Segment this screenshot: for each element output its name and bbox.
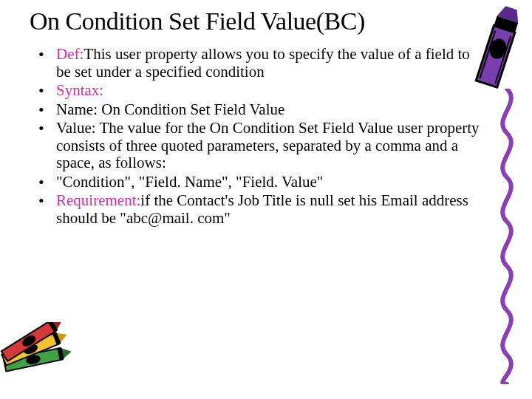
bullet-label: Def: [56,45,83,63]
list-item: Def:This user property allows you to spe… [35,46,488,81]
bullet-text: "Condition", "Field. Name", "Field. Valu… [56,173,323,191]
bullet-text: Value: The value for the On Condition Se… [56,119,480,171]
bullet-label: Requirement: [56,191,140,209]
list-item: Syntax: [35,82,488,100]
slide: On Condition Set Field Value(BC) Def:Thi… [0,0,532,399]
page-title: On Condition Set Field Value(BC) [30,7,510,35]
list-item: Name: On Condition Set Field Value [35,101,488,119]
list-item: Requirement:if the Contact's Job Title i… [35,192,488,227]
bullet-list: Def:This user property allows you to spe… [30,46,488,227]
list-item: Value: The value for the On Condition Se… [35,120,488,172]
bullet-label: Syntax: [56,81,103,99]
bullet-text: Name: On Condition Set Field Value [56,100,284,118]
crayon-icon [468,4,528,93]
purple-squiggle-icon [492,89,522,384]
bullet-text: This user property allows you to specify… [56,45,470,81]
crayons-icon [0,322,95,374]
list-item: "Condition", "Field. Name", "Field. Valu… [35,174,488,191]
